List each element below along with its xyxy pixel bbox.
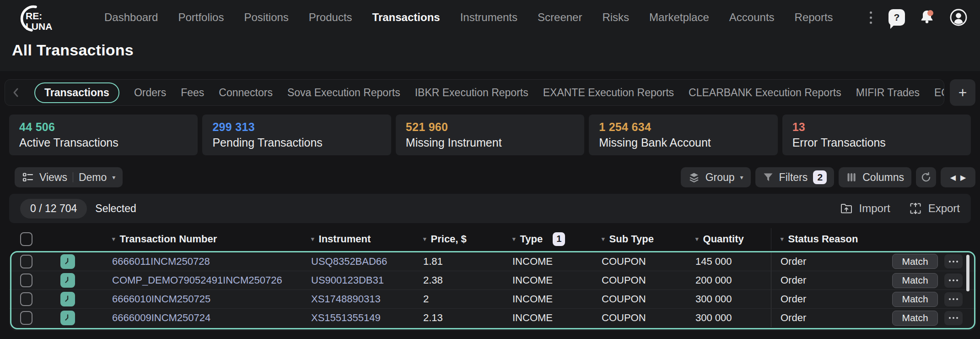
transaction-number-link[interactable]: 6666009INCM250724 [103, 312, 302, 324]
columns-button[interactable]: Columns [839, 167, 911, 187]
nav-item-positions[interactable]: Positions [244, 11, 288, 24]
nav-item-products[interactable]: Products [309, 11, 352, 24]
match-button[interactable]: Match [892, 311, 938, 326]
logo-text-bottom: LUNA [26, 21, 52, 32]
tab-ibkr-execution-reports[interactable]: IBKR Execution Reports [415, 87, 528, 99]
column-menu-icon[interactable]: ▾ [112, 235, 115, 242]
status-reason-value: Order [781, 293, 806, 305]
sub-type-value: COUPON [592, 274, 686, 286]
column-header-type[interactable]: ▾ Type 1 [503, 232, 592, 246]
row-menu-button[interactable] [944, 254, 963, 268]
match-button[interactable]: Match [892, 254, 938, 269]
tab-mifir-trades[interactable]: MIFIR Trades [856, 87, 920, 99]
nav-item-dashboard[interactable]: Dashboard [104, 11, 158, 24]
nav-item-transactions[interactable]: Transactions [372, 11, 440, 24]
stat-value: 299 313 [212, 120, 381, 134]
transaction-number-link[interactable]: COMP_DEMO79052491INCM250726 [103, 274, 302, 286]
column-label: Instrument [319, 233, 371, 245]
tab-clearbank-execution-reports[interactable]: CLEARBANK Execution Reports [689, 87, 841, 99]
selection-count-pill: 0 / 12 704 [20, 199, 87, 219]
column-header-price[interactable]: ▾ Price, $ [414, 233, 503, 245]
stat-label: Pending Transactions [212, 136, 381, 149]
column-label: Status Reason [788, 233, 858, 245]
import-label: Import [859, 202, 890, 215]
select-all-checkbox[interactable] [20, 232, 32, 246]
refresh-button[interactable] [916, 167, 936, 187]
row-pinned-actions: Order Match [771, 252, 976, 271]
row-checkbox[interactable] [20, 255, 32, 268]
nav-item-portfolios[interactable]: Portfolios [178, 11, 224, 24]
column-menu-icon[interactable]: ▾ [423, 235, 426, 242]
transaction-number-link[interactable]: 6666011INCM250728 [103, 256, 302, 268]
tab-eoms[interactable]: EOMS C [934, 87, 944, 99]
row-menu-button[interactable] [944, 273, 963, 288]
column-header-instrument[interactable]: ▾ Instrument [302, 233, 414, 245]
tabs-scroll-left-icon[interactable] [12, 87, 20, 98]
arrow-right-icon[interactable]: ▶ [960, 173, 966, 182]
instrument-link[interactable]: XS1551355149 [302, 312, 414, 324]
column-menu-icon[interactable]: ▾ [512, 235, 516, 242]
match-button[interactable]: Match [892, 292, 938, 307]
nav-item-instruments[interactable]: Instruments [460, 11, 517, 24]
stat-card-pending-transactions[interactable]: 299 313 Pending Transactions [202, 115, 391, 155]
row-checkbox[interactable] [20, 273, 32, 287]
tab-orders[interactable]: Orders [134, 87, 166, 99]
stat-card-missing-instrument[interactable]: 521 960 Missing Instrument [396, 115, 584, 155]
column-menu-icon[interactable]: ▾ [695, 235, 699, 242]
table-row[interactable]: 6666010INCM250725 XS1748890313 2 INCOME … [9, 290, 976, 308]
filters-button[interactable]: Filters 2 [755, 167, 835, 187]
export-label: Export [928, 202, 960, 215]
nav-item-risks[interactable]: Risks [602, 11, 629, 24]
stat-card-missing-bank-account[interactable]: 1 254 634 Missing Bank Account [589, 115, 777, 155]
reluna-logo[interactable]: RE: LUNA [12, 3, 60, 32]
type-value: INCOME [503, 274, 592, 286]
transaction-number-link[interactable]: 6666010INCM250725 [103, 293, 302, 305]
import-button[interactable]: Import [840, 202, 890, 215]
stat-card-active-transactions[interactable]: 44 506 Active Transactions [9, 115, 198, 155]
nav-item-reports[interactable]: Reports [795, 11, 833, 24]
notifications-bell-icon[interactable] [918, 8, 936, 27]
row-checkbox[interactable] [20, 311, 32, 325]
group-button[interactable]: Group ▾ [681, 167, 751, 187]
table-body: 6666011INCM250728 USQ8352BAD66 1.81 INCO… [9, 252, 976, 331]
column-menu-icon[interactable]: ▾ [781, 235, 784, 242]
tab-fees[interactable]: Fees [181, 87, 204, 99]
instrument-link[interactable]: US900123DB31 [302, 274, 414, 286]
stat-label: Active Transactions [19, 136, 188, 149]
match-button[interactable]: Match [892, 273, 938, 288]
export-button[interactable]: Export [909, 202, 960, 215]
row-checkbox[interactable] [20, 292, 32, 306]
pagination-arrows-button[interactable]: ◀ ▶ [941, 167, 975, 187]
tab-connectors[interactable]: Connectors [219, 87, 273, 99]
views-selector-button[interactable]: Views Demo ▾ [15, 167, 123, 187]
arrow-left-icon[interactable]: ◀ [950, 173, 956, 182]
table-row[interactable]: 6666011INCM250728 USQ8352BAD66 1.81 INCO… [9, 252, 976, 271]
user-avatar-icon[interactable] [949, 8, 968, 27]
table-row[interactable]: 6666009INCM250724 XS1551355149 2.13 INCO… [9, 308, 976, 327]
column-menu-icon[interactable]: ▾ [311, 235, 314, 242]
nav-item-marketplace[interactable]: Marketplace [649, 11, 709, 24]
more-menu-icon[interactable] [866, 10, 876, 26]
column-header-sub-type[interactable]: ▾ Sub Type [592, 233, 686, 245]
nav-item-screener[interactable]: Screener [538, 11, 582, 24]
nav-item-accounts[interactable]: Accounts [729, 11, 775, 24]
column-header-status-reason[interactable]: ▾ Status Reason [771, 228, 976, 250]
help-icon[interactable]: ? [888, 9, 905, 26]
column-header-quantity[interactable]: ▾ Quantity [686, 233, 771, 245]
tab-transactions[interactable]: Transactions [34, 82, 119, 103]
instrument-link[interactable]: USQ8352BAD66 [302, 256, 414, 268]
table-row[interactable]: COMP_DEMO79052491INCM250726 US900123DB31… [9, 271, 976, 290]
column-menu-icon[interactable]: ▾ [602, 235, 605, 242]
row-menu-button[interactable] [944, 311, 963, 325]
add-tab-button[interactable]: + [950, 79, 975, 106]
price-value: 1.81 [414, 256, 503, 268]
vertical-scrollbar[interactable] [966, 255, 969, 291]
column-header-transaction-number[interactable]: ▾ Transaction Number [103, 233, 302, 245]
stat-card-error-transactions[interactable]: 13 Error Transactions [782, 115, 971, 155]
tab-sova-execution-reports[interactable]: Sova Execution Reports [287, 87, 400, 99]
instrument-link[interactable]: XS1748890313 [302, 293, 414, 305]
price-value: 2.38 [414, 274, 503, 286]
refresh-icon [920, 171, 932, 183]
tab-exante-execution-reports[interactable]: EXANTE Execution Reports [543, 87, 674, 99]
row-menu-button[interactable] [944, 292, 963, 306]
